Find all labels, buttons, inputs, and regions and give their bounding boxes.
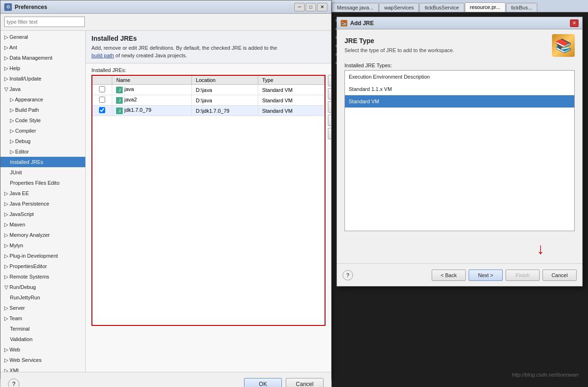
sidebar-item-appearance[interactable]: ▷ Appearance <box>0 94 85 105</box>
add-jre-cancel-button[interactable]: Cancel <box>543 270 577 281</box>
checkbox-java[interactable] <box>92 85 112 95</box>
jre-checkbox-jdk[interactable] <box>99 107 105 113</box>
jre-checkbox-java2[interactable] <box>99 97 105 103</box>
preferences-icon: ⚙ <box>4 3 12 11</box>
back-button[interactable]: < Back <box>432 270 466 281</box>
sidebar-item-properties-files[interactable]: Properties Files Edito <box>0 178 85 188</box>
sidebar-item-validation[interactable]: Validation <box>0 334 85 344</box>
col-name[interactable]: Name <box>112 76 192 85</box>
next-button[interactable]: Next > <box>469 270 503 281</box>
sidebar-item-junit[interactable]: JUnit <box>0 167 85 178</box>
tab-bar: Message.java... wapServices tickBusServi… <box>332 0 588 12</box>
sidebar-item-properties-editor[interactable]: ▷ PropertiesEditor <box>0 261 85 271</box>
add-jre-close-button[interactable]: ✕ <box>570 19 579 27</box>
jre-location-jdk: D:\jdk1.7.0_79 <box>192 106 258 116</box>
sidebar-item-java[interactable]: ▽ Java <box>0 84 85 94</box>
build-path-link[interactable]: build path <box>91 53 114 58</box>
sidebar-item-data-management[interactable]: ▷ Data Management <box>0 53 85 63</box>
sidebar-item-install-update[interactable]: ▷ Install/Update <box>0 73 85 84</box>
tab-tickbus[interactable]: tickBusService <box>419 3 464 12</box>
sidebar-item-installed-jres[interactable]: Installed JREs <box>0 157 85 167</box>
edit-button[interactable]: Edit... <box>328 88 331 99</box>
sidebar-item-team[interactable]: ▷ Team <box>0 313 85 324</box>
jre-checkbox-java[interactable] <box>99 86 105 92</box>
sidebar-item-java-ee[interactable]: ▷ Java EE <box>0 188 85 198</box>
sidebar-item-compiler[interactable]: ▷ Compiler <box>0 126 85 136</box>
duplicate-button[interactable]: Duplicate... <box>328 101 331 113</box>
sidebar-item-debug[interactable]: ▷ Debug <box>0 136 85 146</box>
jre-section: Installed JREs: Name Location Type <box>86 63 331 372</box>
add-jre-section-title: JRE Type <box>344 37 575 45</box>
jre-name-jdk: Jjdk1.7.0_79 <box>112 106 192 116</box>
table-row[interactable]: Jjava2 D:\java Standard VM <box>92 95 325 106</box>
sidebar-item-plugin-dev[interactable]: ▷ Plug-in Development <box>0 251 85 261</box>
installed-jre-types-label: Installed JRE Types: <box>344 63 575 68</box>
add-jre-help-button[interactable]: ? <box>343 270 353 280</box>
tab-tickbus2[interactable]: tickBus... <box>506 3 538 12</box>
jre-type-java: Standard VM <box>258 85 325 95</box>
jre-name-java: Jjava <box>112 85 192 95</box>
sidebar-item-memory-analyzer[interactable]: ▷ Memory Analyzer <box>0 230 85 240</box>
sidebar-item-remote-systems[interactable]: ▷ Remote Systems <box>0 271 85 282</box>
tab-resource[interactable]: resource.pr... <box>465 2 506 12</box>
book-icon: 📚 <box>552 34 575 57</box>
close-button[interactable]: ✕ <box>317 3 327 11</box>
add-jre-body: 📚 JRE Type Select the type of JRE to add… <box>337 29 582 239</box>
window-controls: ─ □ ✕ <box>294 3 327 11</box>
jre-table-container: Name Location Type Jjava D:\java <box>91 75 326 326</box>
add-jre-description: Select the type of JRE to add to the wor… <box>344 47 575 53</box>
jre-type-java2: Standard VM <box>258 95 325 106</box>
maximize-button[interactable]: □ <box>306 3 316 11</box>
jre-type-execution-env[interactable]: Execution Environment Description <box>345 71 574 83</box>
sidebar-item-web-services[interactable]: ▷ Web Services <box>0 355 85 365</box>
sidebar-item-general[interactable]: ▷ General <box>0 32 85 42</box>
checkbox-java2[interactable] <box>92 95 112 106</box>
jre-type-standard-vm[interactable]: Standard VM <box>345 95 574 108</box>
jre-icon: J <box>116 108 123 114</box>
tab-wap[interactable]: wapServices <box>379 3 419 12</box>
sidebar-item-ant[interactable]: ▷ Ant <box>0 42 85 53</box>
add-jre-dialog: 📚 Add JRE ✕ 📚 JRE Type Select the type o… <box>336 17 583 287</box>
sidebar-item-run-debug[interactable]: ▽ Run/Debug <box>0 282 85 292</box>
sidebar-item-java-persistence[interactable]: ▷ Java Persistence <box>0 198 85 209</box>
cancel-button[interactable]: Cancel <box>286 378 324 387</box>
ok-button[interactable]: OK <box>244 378 282 387</box>
prefs-footer: ? OK Cancel <box>0 372 331 387</box>
sidebar-item-maven[interactable]: ▷ Maven <box>0 219 85 230</box>
col-checkbox <box>92 76 112 85</box>
col-location[interactable]: Location <box>192 76 258 85</box>
filter-input[interactable] <box>4 17 85 27</box>
remove-button[interactable]: Remove <box>328 115 331 126</box>
sidebar-item-code-style[interactable]: ▷ Code Style <box>0 115 85 126</box>
add-button[interactable]: Add... <box>328 75 331 86</box>
checkbox-jdk[interactable] <box>92 106 112 116</box>
sidebar-item-build-path[interactable]: ▷ Build Path <box>0 105 85 115</box>
jre-name-java2: Jjava2 <box>112 95 192 106</box>
jre-types-list[interactable]: Execution Environment Description Standa… <box>344 70 575 231</box>
sidebar-item-javascript[interactable]: ▷ JavaScript <box>0 209 85 219</box>
sidebar-item-web[interactable]: ▷ Web <box>0 344 85 355</box>
sidebar-item-xml[interactable]: ▷ XML <box>0 365 85 372</box>
arrow-indicator: ↓ <box>537 240 544 258</box>
sidebar-item-runjettyrun[interactable]: RunJettyRun <box>0 292 85 303</box>
sidebar-item-mylyn[interactable]: ▷ Mylyn <box>0 240 85 251</box>
filter-bar <box>0 14 331 31</box>
prefs-body: ▷ General ▷ Ant ▷ Data Management ▷ Help… <box>0 31 331 372</box>
finish-button[interactable]: Finish <box>506 270 540 281</box>
sidebar-item-editor[interactable]: ▷ Editor <box>0 146 85 157</box>
table-row[interactable]: Jjava D:\java Standard VM <box>92 85 325 95</box>
sidebar-item-help[interactable]: ▷ Help <box>0 63 85 73</box>
minimize-button[interactable]: ─ <box>294 3 305 11</box>
jre-label: Installed JREs: <box>91 67 326 73</box>
help-button[interactable]: ? <box>8 378 19 387</box>
sidebar-item-terminal[interactable]: Terminal <box>0 324 85 334</box>
search-button[interactable]: Search... <box>328 128 331 139</box>
sidebar-item-server[interactable]: ▷ Server <box>0 303 85 313</box>
add-jre-title: Add JRE <box>350 20 570 27</box>
tab-message[interactable]: Message.java... <box>332 3 379 12</box>
jre-type-standard-11x[interactable]: Standard 1.1.x VM <box>345 83 574 95</box>
jre-location-java2: D:\java <box>192 95 258 106</box>
col-type[interactable]: Type <box>258 76 325 85</box>
add-jre-titlebar: 📚 Add JRE ✕ <box>337 17 582 29</box>
table-row[interactable]: Jjdk1.7.0_79 D:\jdk1.7.0_79 Standard VM <box>92 106 325 116</box>
